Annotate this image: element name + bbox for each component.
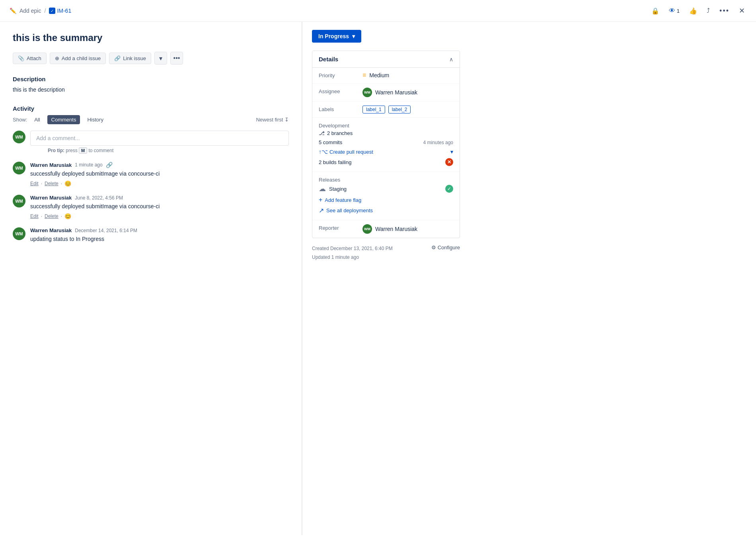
share-button[interactable]: ⤴ xyxy=(705,6,711,16)
comment-time: 1 minute ago xyxy=(75,162,102,168)
builds-text: 2 builds failing xyxy=(319,159,351,165)
releases-label: Releases xyxy=(319,176,362,183)
detail-development-row: Development ⎇ 2 branches 5 commits 4 min… xyxy=(312,118,460,172)
lock-icon: 🔒 xyxy=(651,7,659,15)
pr-icon: ↑⌥ xyxy=(319,149,328,155)
link-issue-button[interactable]: 🔗 Link issue xyxy=(109,53,151,64)
breadcrumb-separator: / xyxy=(44,8,46,14)
more-button[interactable]: ••• xyxy=(718,5,731,17)
gear-icon: ⚙ xyxy=(431,245,436,250)
comment-body: Warren Marusiak June 8, 2022, 4:56 PM su… xyxy=(30,195,289,219)
details-header: Details ∧ xyxy=(312,51,460,68)
configure-button[interactable]: ⚙ Configure xyxy=(431,245,460,250)
show-label: Show: xyxy=(13,117,27,123)
pencil-icon: ✏️ xyxy=(10,8,16,14)
priority-text: Medium xyxy=(369,72,389,78)
label-badge-1[interactable]: label_1 xyxy=(362,106,385,113)
tab-comments[interactable]: Comments xyxy=(47,115,80,124)
arrow-icon: ↗ xyxy=(319,207,324,214)
reporter-label: Reporter xyxy=(319,224,362,231)
add-epic-label[interactable]: Add epic xyxy=(19,8,41,14)
key-badge: M xyxy=(79,147,87,154)
tab-history[interactable]: History xyxy=(83,115,107,124)
activity-section: Activity Show: All Comments History Newe… xyxy=(13,105,289,246)
link-icon: 🔗 xyxy=(114,55,121,61)
commits-item: 5 commits 4 minutes ago xyxy=(319,138,453,147)
issue-id[interactable]: ✓ IM-61 xyxy=(49,8,71,14)
more-actions-button[interactable]: ••• xyxy=(170,52,183,65)
link-icon[interactable]: 🔗 xyxy=(106,162,113,168)
pro-tip-suffix: to comment xyxy=(89,148,114,153)
comment-body: Warren Marusiak December 14, 2021, 6:14 … xyxy=(30,227,289,246)
right-panel: In Progress ▾ Details ∧ Priority ≡ Mediu… xyxy=(302,22,470,535)
watch-button[interactable]: 👁 1 xyxy=(667,6,681,16)
label-badge-2[interactable]: label_2 xyxy=(388,106,411,113)
development-label: Development xyxy=(319,122,362,129)
emoji-button[interactable]: 😊 xyxy=(64,213,71,219)
priority-value: ≡ Medium xyxy=(362,72,453,79)
comment-item: WM Warren Marusiak June 8, 2022, 4:56 PM… xyxy=(13,195,289,219)
comment-time: December 14, 2021, 6:14 PM xyxy=(75,228,137,233)
success-badge: ✓ xyxy=(445,185,453,193)
like-icon: 👍 xyxy=(689,7,697,15)
issue-id-text: IM-61 xyxy=(57,8,71,14)
attach-icon: 📎 xyxy=(18,55,24,61)
close-icon: ✕ xyxy=(739,6,745,15)
lock-button[interactable]: 🔒 xyxy=(650,6,661,16)
like-button[interactable]: 👍 xyxy=(688,6,699,16)
emoji-button[interactable]: 😊 xyxy=(64,180,71,187)
labels-label: Labels xyxy=(319,106,362,112)
comment-meta: Warren Marusiak June 8, 2022, 4:56 PM xyxy=(30,195,289,201)
avatar: WM xyxy=(13,195,25,207)
branch-icon: ⎇ xyxy=(319,130,325,136)
add-feature-link[interactable]: + Add feature flag xyxy=(319,195,453,205)
create-pr-label: Create pull request xyxy=(329,149,373,155)
edit-link[interactable]: Edit xyxy=(30,181,39,186)
link-issue-label: Link issue xyxy=(123,55,146,61)
footer-info: Created December 13, 2021, 6:40 PM Updat… xyxy=(312,245,460,262)
branches-item: ⎇ 2 branches xyxy=(319,129,453,138)
commits-time: 4 minutes ago xyxy=(423,140,453,145)
reporter-value: WM Warren Marusiak xyxy=(362,224,453,234)
footer-dates: Created December 13, 2021, 6:40 PM Updat… xyxy=(312,245,393,262)
comment-time: June 8, 2022, 4:56 PM xyxy=(75,195,123,201)
edit-link[interactable]: Edit xyxy=(30,213,39,219)
detail-reporter-row: Reporter WM Warren Marusiak xyxy=(312,220,460,238)
description-text: this is the description xyxy=(13,86,289,94)
main-content: this is the summary 📎 Attach ⊕ Add a chi… xyxy=(0,22,756,535)
comment-input[interactable]: Add a comment... xyxy=(30,131,289,146)
detail-assignee-row: Assignee WM Warren Marusiak xyxy=(312,84,460,102)
create-pr-link[interactable]: ↑⌥ Create pull request xyxy=(319,149,373,155)
status-button[interactable]: In Progress ▾ xyxy=(312,30,361,43)
delete-link[interactable]: Delete xyxy=(45,181,58,186)
delete-link[interactable]: Delete xyxy=(45,213,58,219)
attach-button[interactable]: 📎 Attach xyxy=(13,53,47,64)
detail-releases-row: Releases ☁ Staging ✓ + Add feature flag xyxy=(312,172,460,220)
priority-label: Priority xyxy=(319,72,362,78)
reporter-avatar: WM xyxy=(362,224,372,234)
development-value: ⎇ 2 branches 5 commits 4 minutes ago ↑⌥ xyxy=(319,129,453,168)
activity-filter-row: Show: All Comments History Newest first … xyxy=(13,115,289,124)
see-deployments-link[interactable]: ↗ See all deployments xyxy=(319,205,453,216)
comment-actions: Edit · Delete · 😊 xyxy=(30,213,289,219)
comment-item: WM Warren Marusiak December 14, 2021, 6:… xyxy=(13,227,289,246)
activity-title: Activity xyxy=(13,105,289,112)
sort-button[interactable]: Newest first ↧ xyxy=(256,117,289,123)
close-button[interactable]: ✕ xyxy=(737,5,746,17)
watch-count: 1 xyxy=(677,8,680,14)
create-pr-chevron-icon: ▾ xyxy=(450,149,453,155)
branches-text: 2 branches xyxy=(327,130,353,136)
comment-item: WM Warren Marusiak 1 minute ago 🔗 succes… xyxy=(13,162,289,187)
add-child-button[interactable]: ⊕ Add a child issue xyxy=(50,53,106,64)
chevron-down-icon: ▾ xyxy=(159,55,162,62)
detail-priority-row: Priority ≡ Medium xyxy=(312,68,460,84)
expand-button[interactable]: ▾ xyxy=(154,52,167,65)
tab-all[interactable]: All xyxy=(30,115,44,124)
create-pr-item: ↑⌥ Create pull request ▾ xyxy=(319,147,453,156)
details-collapse-icon[interactable]: ∧ xyxy=(449,56,453,63)
pro-tip: Pro tip: press M to comment xyxy=(30,147,289,154)
description-title: Description xyxy=(13,76,289,82)
current-user-avatar: WM xyxy=(13,131,25,143)
watch-icon: 👁 xyxy=(669,7,675,14)
comment-placeholder: Add a comment... xyxy=(36,135,80,141)
